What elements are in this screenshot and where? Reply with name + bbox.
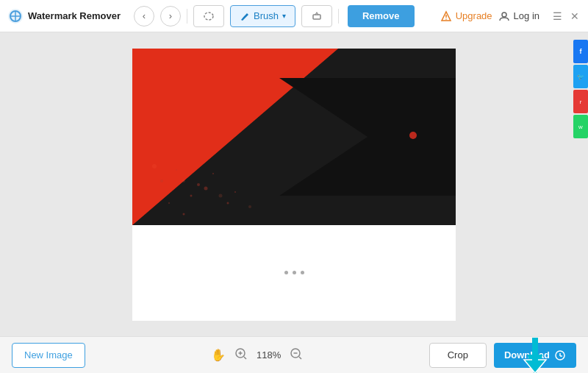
image-dots — [284, 271, 304, 274]
brush-tool-button[interactable]: Brush ▾ — [230, 5, 295, 27]
back-icon: ‹ — [143, 10, 146, 21]
dot-1 — [284, 271, 288, 274]
crop-button[interactable]: Crop — [429, 343, 487, 368]
dot-2 — [293, 271, 296, 274]
svg-point-19 — [227, 202, 229, 204]
svg-point-27 — [219, 193, 223, 197]
image-white-bottom — [132, 225, 456, 321]
image-container — [132, 49, 456, 321]
svg-point-26 — [182, 180, 185, 182]
menu-button[interactable]: ☰ — [551, 10, 563, 22]
svg-point-25 — [152, 164, 157, 168]
svg-point-20 — [168, 202, 170, 204]
svg-point-24 — [234, 191, 236, 193]
svg-point-15 — [160, 180, 163, 182]
facebook-share-button[interactable]: f — [573, 40, 588, 63]
svg-point-18 — [204, 186, 208, 190]
svg-point-8 — [445, 18, 447, 20]
bottom-bar: New Image ✋ 118% Crop Download — [0, 336, 588, 373]
brush-icon — [240, 11, 250, 21]
svg-point-4 — [204, 13, 213, 20]
svg-rect-5 — [313, 15, 320, 19]
right-sidebar: f 🐦 r w — [573, 32, 588, 336]
canvas-area[interactable] — [0, 32, 588, 336]
svg-point-9 — [502, 13, 506, 17]
reddit-icon: r — [580, 99, 582, 105]
svg-point-17 — [176, 169, 177, 171]
svg-line-38 — [244, 357, 246, 359]
main-content: f 🐦 r w — [0, 32, 588, 336]
whatsapp-icon: w — [578, 124, 583, 130]
zoom-out-icon[interactable] — [290, 347, 303, 363]
image-artwork — [132, 49, 456, 225]
logo-area: Watermark Remover — [7, 8, 121, 24]
brush-label: Brush — [254, 10, 279, 21]
toolbar-separator-2 — [338, 9, 339, 24]
svg-point-28 — [248, 205, 251, 208]
title-bar: Watermark Remover ‹ › Brush ▾ Remove — [0, 0, 588, 32]
zoom-in-icon[interactable] — [234, 347, 248, 363]
image-canvas — [132, 49, 456, 225]
login-label: Log in — [514, 10, 539, 21]
forward-icon: › — [169, 10, 172, 21]
toolbar-separator-1 — [187, 9, 187, 24]
twitter-share-button[interactable]: 🐦 — [573, 65, 588, 88]
reddit-share-button[interactable]: r — [573, 90, 588, 113]
svg-point-22 — [212, 173, 214, 174]
brush-dropdown-icon: ▾ — [282, 12, 286, 20]
svg-point-23 — [197, 183, 200, 186]
upgrade-label: Upgrade — [456, 10, 492, 21]
download-button[interactable]: Download — [494, 343, 576, 368]
svg-line-41 — [299, 357, 301, 359]
twitter-icon: 🐦 — [577, 74, 584, 80]
app-title: Watermark Remover — [28, 10, 121, 21]
login-button[interactable]: Log in — [498, 10, 539, 22]
forward-button[interactable]: › — [160, 6, 181, 26]
close-button[interactable]: ✕ — [569, 10, 581, 22]
user-icon — [498, 10, 510, 22]
lasso-icon — [203, 10, 215, 22]
remove-button[interactable]: Remove — [348, 5, 415, 27]
window-controls: ☰ ✕ — [551, 10, 581, 22]
svg-point-16 — [190, 194, 193, 196]
whatsapp-share-button[interactable]: w — [573, 115, 588, 138]
menu-icon: ☰ — [553, 10, 562, 22]
facebook-icon: f — [580, 48, 582, 55]
new-image-button[interactable]: New Image — [12, 343, 85, 368]
zoom-controls: ✋ 118% — [93, 347, 422, 363]
svg-point-14 — [409, 132, 417, 139]
eraser-icon — [311, 10, 323, 22]
svg-point-21 — [183, 213, 185, 215]
zoom-level-display: 118% — [257, 349, 281, 360]
close-icon: ✕ — [570, 10, 579, 22]
logo-icon — [7, 8, 24, 24]
upgrade-icon — [440, 10, 452, 22]
upgrade-button[interactable]: Upgrade — [440, 10, 492, 22]
eraser-tool-button[interactable] — [301, 5, 332, 27]
back-button[interactable]: ‹ — [134, 6, 154, 26]
dot-3 — [301, 271, 304, 274]
download-label: Download — [504, 349, 550, 360]
clock-icon — [554, 349, 566, 361]
pan-icon[interactable]: ✋ — [211, 348, 226, 362]
lasso-tool-button[interactable] — [193, 5, 224, 27]
